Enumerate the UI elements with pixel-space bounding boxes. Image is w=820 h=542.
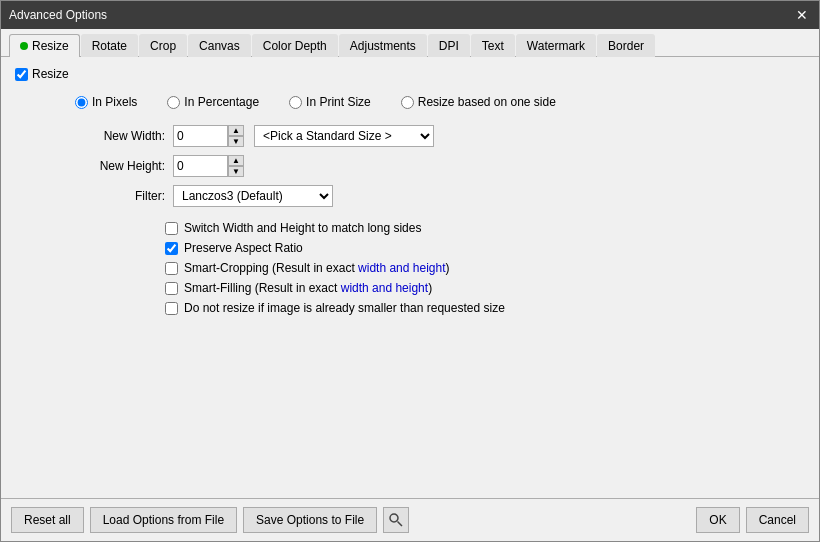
new-width-input[interactable] [173,125,228,147]
radio-based-on-one-side[interactable]: Resize based on one side [401,95,556,109]
option-switch-width-height-label: Switch Width and Height to match long si… [184,221,421,235]
smart-cropping-highlight: width and height [358,261,445,275]
option-do-not-resize-label: Do not resize if image is already smalle… [184,301,505,315]
svg-line-1 [398,522,403,527]
option-smart-cropping-checkbox[interactable] [165,262,178,275]
tab-rotate[interactable]: Rotate [81,34,138,57]
option-switch-width-height-checkbox[interactable] [165,222,178,235]
new-width-input-group: ▲ ▼ [173,125,244,147]
option-preserve-aspect: Preserve Aspect Ratio [165,241,805,255]
ok-button[interactable]: OK [696,507,739,533]
svg-point-0 [390,514,398,522]
filter-row: Filter: Lanczos3 (Default) Bilinear Bicu… [75,185,805,207]
browse-icon-button[interactable] [383,507,409,533]
resize-checkbox[interactable] [15,68,28,81]
new-height-input[interactable] [173,155,228,177]
option-smart-filling-label: Smart-Filling (Result in exact width and… [184,281,432,295]
new-width-row: New Width: ▲ ▼ <Pick a Standard Size > [75,125,805,147]
resize-indicator [20,42,28,50]
resize-checkbox-label[interactable]: Resize [32,67,69,81]
load-options-button[interactable]: Load Options from File [90,507,237,533]
radio-in-pixels[interactable]: In Pixels [75,95,137,109]
title-bar: Advanced Options ✕ [1,1,819,29]
option-do-not-resize: Do not resize if image is already smalle… [165,301,805,315]
standard-size-select[interactable]: <Pick a Standard Size > [254,125,434,147]
radio-in-print-size[interactable]: In Print Size [289,95,371,109]
tab-dpi[interactable]: DPI [428,34,470,57]
tab-watermark[interactable]: Watermark [516,34,596,57]
new-height-spinner: ▲ ▼ [228,155,244,177]
option-preserve-aspect-checkbox[interactable] [165,242,178,255]
dialog-title: Advanced Options [9,8,107,22]
magnifier-icon [388,512,404,528]
new-width-label: New Width: [75,129,165,143]
footer: Reset all Load Options from File Save Op… [1,498,819,541]
new-height-up[interactable]: ▲ [228,155,244,166]
dimensions-form: New Width: ▲ ▼ <Pick a Standard Size > N… [75,125,805,207]
tab-canvas[interactable]: Canvas [188,34,251,57]
option-preserve-aspect-label: Preserve Aspect Ratio [184,241,303,255]
advanced-options-dialog: Advanced Options ✕ Resize Rotate Crop Ca… [0,0,820,542]
new-height-down[interactable]: ▼ [228,166,244,177]
tab-border[interactable]: Border [597,34,655,57]
new-width-down[interactable]: ▼ [228,136,244,147]
radio-in-percentage[interactable]: In Percentage [167,95,259,109]
new-height-label: New Height: [75,159,165,173]
new-height-row: New Height: ▲ ▼ [75,155,805,177]
option-do-not-resize-checkbox[interactable] [165,302,178,315]
filter-label: Filter: [75,189,165,203]
close-button[interactable]: ✕ [793,6,811,24]
tabs-bar: Resize Rotate Crop Canvas Color Depth Ad… [1,29,819,57]
tab-content: Resize In Pixels In Percentage In Print … [1,57,819,498]
option-smart-cropping: Smart-Cropping (Result in exact width an… [165,261,805,275]
save-options-button[interactable]: Save Options to File [243,507,377,533]
new-width-up[interactable]: ▲ [228,125,244,136]
tab-text[interactable]: Text [471,34,515,57]
reset-all-button[interactable]: Reset all [11,507,84,533]
radio-options-row: In Pixels In Percentage In Print Size Re… [75,95,805,109]
options-section: Switch Width and Height to match long si… [165,221,805,315]
smart-filling-highlight: width and height [341,281,428,295]
filter-select[interactable]: Lanczos3 (Default) Bilinear Bicubic Near… [173,185,333,207]
tab-resize[interactable]: Resize [9,34,80,57]
tab-crop[interactable]: Crop [139,34,187,57]
option-smart-filling: Smart-Filling (Result in exact width and… [165,281,805,295]
new-height-input-group: ▲ ▼ [173,155,244,177]
cancel-button[interactable]: Cancel [746,507,809,533]
option-smart-cropping-label: Smart-Cropping (Result in exact width an… [184,261,449,275]
new-width-spinner: ▲ ▼ [228,125,244,147]
resize-checkbox-row: Resize [15,67,805,81]
tab-color-depth[interactable]: Color Depth [252,34,338,57]
tab-adjustments[interactable]: Adjustments [339,34,427,57]
option-smart-filling-checkbox[interactable] [165,282,178,295]
option-switch-width-height: Switch Width and Height to match long si… [165,221,805,235]
